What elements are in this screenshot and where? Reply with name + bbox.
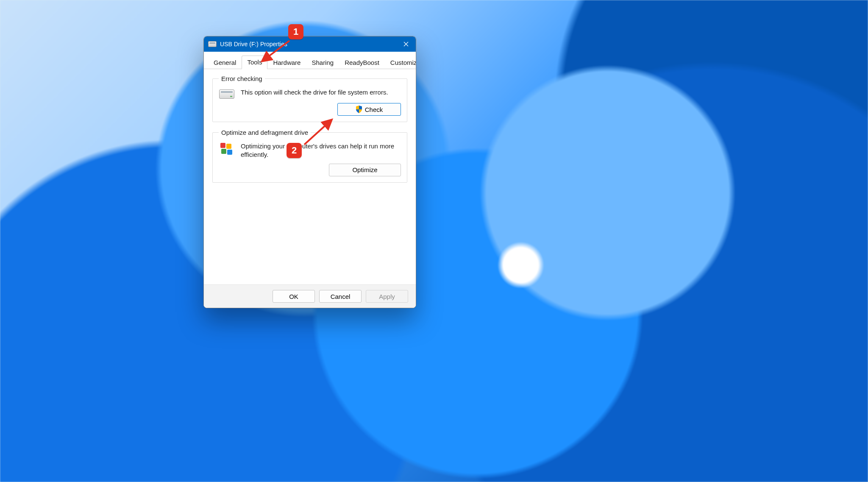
close-icon: [403, 42, 409, 47]
annotation-callout-2: 2: [287, 143, 302, 158]
ok-button[interactable]: OK: [273, 290, 315, 303]
error-checking-desc: This option will check the drive for fil…: [241, 88, 401, 97]
group-error-checking-legend: Error checking: [219, 75, 265, 82]
tab-sharing[interactable]: Sharing: [306, 56, 339, 69]
annotation-arrow-1: [259, 39, 293, 64]
check-button[interactable]: Check: [337, 103, 401, 116]
group-optimize-legend: Optimize and defragment drive: [219, 129, 311, 136]
hard-drive-icon: [219, 89, 234, 99]
group-error-checking: Error checking This option will check th…: [212, 75, 407, 122]
dialog-footer: OK Cancel Apply: [204, 284, 416, 308]
close-button[interactable]: [396, 36, 416, 52]
tab-readyboost[interactable]: ReadyBoost: [339, 56, 385, 69]
tab-general[interactable]: General: [208, 56, 242, 69]
drive-icon: [208, 41, 217, 47]
check-button-label: Check: [365, 106, 383, 113]
titlebar[interactable]: USB Drive (F:) Properties: [204, 36, 416, 52]
annotation-arrow-2: [302, 117, 336, 147]
tab-strip: General Tools Hardware Sharing ReadyBoos…: [204, 52, 416, 69]
properties-dialog: USB Drive (F:) Properties General Tools …: [203, 36, 416, 308]
svg-line-0: [262, 41, 289, 61]
cancel-button[interactable]: Cancel: [319, 290, 362, 303]
defrag-icon: [220, 143, 233, 156]
apply-button[interactable]: Apply: [366, 290, 408, 303]
tab-customize[interactable]: Customize: [385, 56, 416, 69]
svg-line-1: [304, 120, 331, 145]
optimize-button[interactable]: Optimize: [329, 164, 401, 176]
optimize-button-label: Optimize: [352, 166, 377, 173]
uac-shield-icon: [356, 106, 362, 113]
dialog-body: Error checking This option will check th…: [204, 69, 416, 284]
annotation-callout-1: 1: [288, 24, 303, 39]
desktop-wallpaper: [0, 0, 868, 482]
